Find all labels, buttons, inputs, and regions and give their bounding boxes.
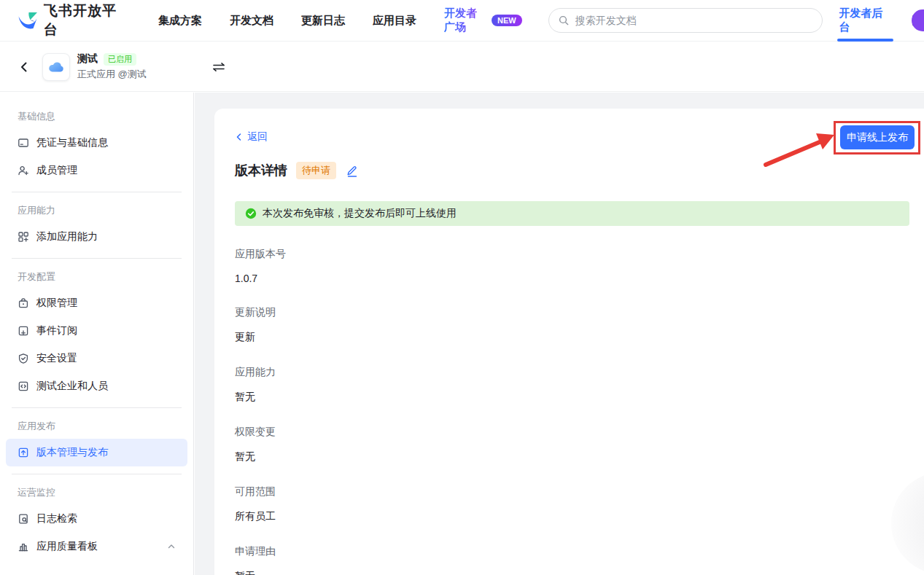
field-update-notes: 更新说明 更新 bbox=[235, 306, 915, 344]
sidebar-item-label: 日志检索 bbox=[36, 512, 77, 525]
nav-item-changelog[interactable]: 更新日志 bbox=[301, 14, 345, 28]
sidebar-item-label: 安全设置 bbox=[36, 352, 77, 365]
sidebar-item-version-management[interactable]: 版本管理与发布 bbox=[6, 439, 187, 466]
bar-chart-icon bbox=[18, 541, 29, 552]
field-value: 所有员工 bbox=[235, 510, 915, 523]
publish-up-icon bbox=[18, 447, 29, 458]
switch-app-icon[interactable] bbox=[211, 59, 227, 75]
divider bbox=[12, 474, 182, 474]
log-search-icon bbox=[18, 513, 29, 525]
field-label: 权限变更 bbox=[235, 426, 915, 439]
back-chevron-icon[interactable] bbox=[18, 60, 31, 74]
field-value: 暂无 bbox=[235, 391, 915, 404]
nav-item-app-directory[interactable]: 应用目录 bbox=[373, 14, 416, 28]
title-row: 版本详情 待申请 bbox=[235, 162, 915, 179]
field-value: 更新 bbox=[235, 331, 915, 344]
field-version: 应用版本号 1.0.7 bbox=[235, 248, 915, 284]
sidebar-item-label: 版本管理与发布 bbox=[36, 446, 108, 459]
sidebar: 基础信息 凭证与基础信息 成员管理 应用能力 bbox=[0, 93, 194, 575]
back-link[interactable]: 返回 bbox=[235, 130, 268, 144]
field-value: 暂无 bbox=[235, 450, 915, 463]
status-badge-enabled: 已启用 bbox=[104, 53, 136, 66]
sidebar-item-event-subscription[interactable]: 事件订阅 bbox=[6, 317, 187, 345]
field-apply-reason: 申请理由 暂无 bbox=[235, 545, 915, 575]
page: 飞书开放平台 集成方案 开发文档 更新日志 应用目录 开发者广场 NEW 开发者… bbox=[0, 0, 924, 575]
sidebar-item-log-search[interactable]: 日志检索 bbox=[6, 505, 187, 533]
sidebar-section-dev-config: 开发配置 bbox=[18, 270, 176, 283]
app-icon bbox=[42, 53, 70, 81]
sidebar-item-test-company[interactable]: 测试企业和人员 bbox=[6, 372, 187, 400]
permission-lock-icon bbox=[18, 297, 29, 309]
divider bbox=[12, 258, 182, 259]
apply-online-release-button[interactable]: 申请线上发布 bbox=[840, 125, 915, 149]
nav-menu: 集成方案 开发文档 更新日志 应用目录 开发者广场 NEW bbox=[158, 7, 522, 34]
sidebar-item-permissions[interactable]: 权限管理 bbox=[6, 289, 187, 317]
field-value: 暂无 bbox=[235, 570, 915, 575]
member-add-icon bbox=[18, 165, 29, 176]
sidebar-item-label: 添加应用能力 bbox=[36, 230, 98, 243]
success-banner: 本次发布免审核，提交发布后即可上线使用 bbox=[235, 201, 909, 226]
event-subscription-icon bbox=[18, 325, 29, 337]
app-name: 测试 bbox=[77, 52, 98, 66]
divider bbox=[12, 192, 182, 192]
sidebar-item-label: 应用质量看板 bbox=[36, 540, 98, 553]
sidebar-item-label: 成员管理 bbox=[36, 164, 77, 177]
app-bar: 测试 已启用 正式应用 @测试 bbox=[0, 42, 924, 92]
sidebar-item-security[interactable]: 安全设置 bbox=[6, 345, 187, 372]
sidebar-section-monitoring: 运营监控 bbox=[18, 486, 176, 499]
credential-icon bbox=[18, 137, 29, 149]
shield-check-icon bbox=[18, 353, 29, 364]
search-box[interactable] bbox=[548, 8, 823, 33]
logo[interactable]: 飞书开放平台 bbox=[18, 1, 128, 39]
add-capability-icon bbox=[18, 231, 29, 243]
banner-text: 本次发布免审核，提交发布后即可上线使用 bbox=[263, 207, 457, 220]
code-square-icon bbox=[18, 380, 29, 392]
search-icon bbox=[558, 15, 570, 26]
field-value: 1.0.7 bbox=[235, 273, 915, 284]
field-label: 应用版本号 bbox=[235, 248, 915, 261]
edit-pencil-icon[interactable] bbox=[345, 163, 360, 178]
field-permission-changes: 权限变更 暂无 bbox=[235, 426, 915, 463]
check-circle-icon bbox=[245, 208, 257, 219]
sidebar-section-basic-info: 基础信息 bbox=[18, 110, 176, 123]
field-availability: 可用范围 所有员工 bbox=[235, 485, 915, 523]
nav-item-docs[interactable]: 开发文档 bbox=[230, 14, 273, 28]
main-content-area: 返回 版本详情 待申请 本次 bbox=[195, 93, 924, 575]
sidebar-item-add-capability[interactable]: 添加应用能力 bbox=[6, 223, 187, 251]
user-avatar[interactable] bbox=[912, 9, 924, 31]
sidebar-item-label: 权限管理 bbox=[36, 297, 77, 310]
new-badge: NEW bbox=[492, 15, 522, 26]
field-capabilities: 应用能力 暂无 bbox=[235, 366, 915, 404]
sidebar-section-capabilities: 应用能力 bbox=[18, 204, 176, 217]
sidebar-item-quality-dashboard[interactable]: 应用质量看板 bbox=[6, 533, 187, 560]
sidebar-item-members[interactable]: 成员管理 bbox=[6, 157, 187, 184]
field-label: 可用范围 bbox=[235, 485, 915, 498]
field-label: 更新说明 bbox=[235, 306, 915, 319]
chevron-up-icon[interactable] bbox=[167, 542, 176, 551]
version-detail-card: 返回 版本详情 待申请 本次 bbox=[214, 109, 924, 575]
tab-developer-console[interactable]: 开发者后台 bbox=[839, 0, 892, 42]
sidebar-item-credentials[interactable]: 凭证与基础信息 bbox=[6, 129, 187, 157]
app-meta: 测试 已启用 正式应用 @测试 bbox=[77, 52, 147, 81]
app-subtitle: 正式应用 @测试 bbox=[77, 68, 147, 81]
page-title: 版本详情 bbox=[235, 162, 287, 179]
sidebar-section-release: 应用发布 bbox=[18, 420, 176, 433]
search-input[interactable] bbox=[575, 15, 814, 26]
status-badge-pending: 待申请 bbox=[296, 162, 336, 179]
top-nav: 飞书开放平台 集成方案 开发文档 更新日志 应用目录 开发者广场 NEW 开发者… bbox=[0, 0, 924, 42]
field-label: 应用能力 bbox=[235, 366, 915, 379]
nav-item-solutions[interactable]: 集成方案 bbox=[158, 14, 202, 28]
sidebar-item-label: 测试企业和人员 bbox=[36, 380, 108, 393]
sidebar-item-label: 事件订阅 bbox=[36, 324, 77, 337]
nav-item-developer-plaza[interactable]: 开发者广场 NEW bbox=[444, 7, 522, 34]
sidebar-item-label: 凭证与基础信息 bbox=[36, 136, 108, 149]
feishu-logo-icon bbox=[18, 10, 38, 31]
logo-text: 飞书开放平台 bbox=[44, 1, 128, 39]
divider bbox=[12, 407, 182, 408]
field-label: 申请理由 bbox=[235, 545, 915, 558]
